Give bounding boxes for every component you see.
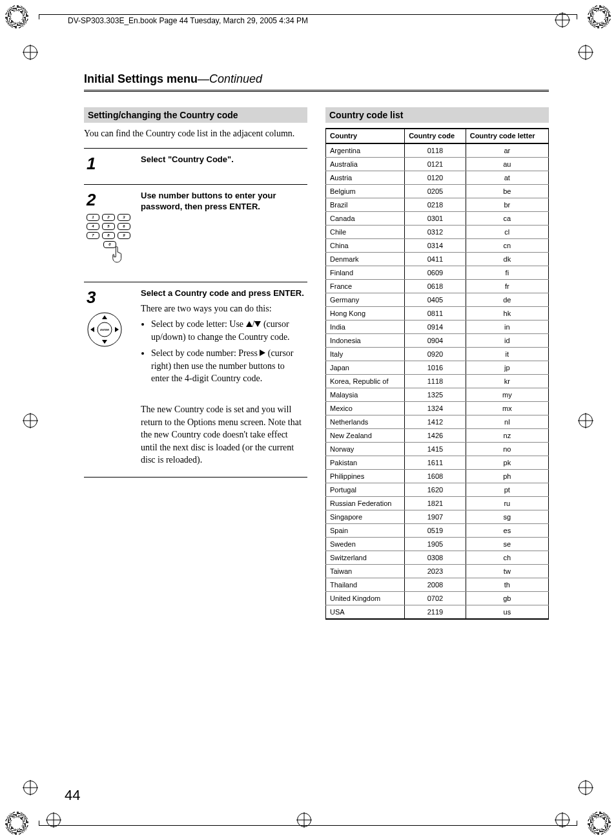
country-name: Thailand (326, 578, 405, 592)
registration-mark-icon (5, 5, 28, 28)
country-name: Mexico (326, 402, 405, 415)
country-code-letter: tw (466, 565, 548, 578)
country-code-number: 0411 (405, 253, 466, 266)
country-code-number: 1608 (405, 470, 466, 483)
table-row: Taiwan2023tw (326, 565, 549, 578)
country-name: Sweden (326, 538, 405, 551)
country-code-number: 0205 (405, 185, 466, 198)
country-name: United Kingdom (326, 592, 405, 605)
step-number: 3 (87, 288, 136, 308)
country-name: USA (326, 605, 405, 620)
country-code-number: 0312 (405, 226, 466, 239)
country-code-number: 0121 (405, 158, 466, 171)
step-note: The new Country code is set and you will… (141, 403, 305, 467)
country-code-number: 2008 (405, 578, 466, 592)
table-header: Country code (405, 129, 466, 143)
country-code-number: 1412 (405, 415, 466, 429)
table-header: Country (326, 129, 405, 143)
crosshair-icon (23, 45, 37, 59)
cursor-up-icon (246, 321, 252, 327)
country-code-letter: ca (466, 212, 548, 226)
country-code-number: 0218 (405, 198, 466, 212)
table-row: Brazil0218br (326, 198, 549, 212)
country-code-letter: ph (466, 470, 548, 483)
country-code-number: 0609 (405, 266, 466, 280)
step-title: Select "Country Code". (141, 154, 305, 165)
crosshair-icon (23, 414, 37, 428)
country-name: Brazil (326, 198, 405, 212)
table-row: Belgium0205be (326, 185, 549, 198)
country-code-number: 1620 (405, 483, 466, 497)
registration-mark-icon (5, 812, 28, 835)
cursor-down-icon (254, 321, 261, 327)
section-heading-list: Country code list (325, 107, 549, 123)
country-code-letter: th (466, 578, 548, 592)
country-code-number: 0920 (405, 348, 466, 361)
table-row: Argentina0118ar (326, 143, 549, 158)
svg-text:ENTER: ENTER (100, 328, 109, 331)
page-number: 44 (65, 787, 80, 804)
country-name: Australia (326, 158, 405, 171)
country-name: Malaysia (326, 388, 405, 402)
country-code-letter: ar (466, 143, 548, 158)
country-code-letter: jp (466, 361, 548, 375)
country-name: India (326, 320, 405, 334)
crop-mark (39, 821, 577, 826)
country-code-letter: es (466, 524, 548, 538)
crosshair-icon (579, 414, 593, 428)
country-code-letter: pk (466, 456, 548, 470)
country-code-number: 1324 (405, 402, 466, 415)
country-code-letter: nz (466, 429, 548, 443)
country-code-number: 0702 (405, 592, 466, 605)
table-row: Portugal1620pt (326, 483, 549, 497)
country-code-number: 0308 (405, 551, 466, 565)
country-code-number: 0914 (405, 320, 466, 334)
country-code-number: 1016 (405, 361, 466, 375)
hand-pointer-icon (111, 246, 125, 263)
country-code-letter: cl (466, 226, 548, 239)
country-name: Italy (326, 348, 405, 361)
table-row: Denmark0411dk (326, 253, 549, 266)
country-name: Indonesia (326, 334, 405, 348)
table-row: Malaysia1325my (326, 388, 549, 402)
country-code-number: 0118 (405, 143, 466, 158)
table-row: Spain0519es (326, 524, 549, 538)
country-name: Canada (326, 212, 405, 226)
step-number: 1 (84, 148, 138, 184)
table-row: USA2119us (326, 605, 549, 620)
country-code-letter: pt (466, 483, 548, 497)
table-row: Korea, Republic of1118kr (326, 375, 549, 388)
table-row: Norway1415no (326, 443, 549, 456)
country-code-number: 1907 (405, 510, 466, 524)
country-name: Portugal (326, 483, 405, 497)
country-name: Korea, Republic of (326, 375, 405, 388)
country-code-letter: kr (466, 375, 548, 388)
navigation-pad-icon: ENTER (87, 311, 123, 348)
country-code-letter: no (466, 443, 548, 456)
table-row: Thailand2008th (326, 578, 549, 592)
table-row: Mexico1324mx (326, 402, 549, 415)
country-code-number: 1118 (405, 375, 466, 388)
step-body-intro: There are two ways you can do this: (141, 302, 305, 315)
country-name: Austria (326, 171, 405, 185)
country-code-letter: nl (466, 415, 548, 429)
country-code-letter: it (466, 348, 548, 361)
table-row: Italy0920it (326, 348, 549, 361)
table-row: Austria0120at (326, 171, 549, 185)
country-code-number: 1905 (405, 538, 466, 551)
intro-text: You can find the Country code list in th… (84, 128, 307, 140)
country-code-number: 1426 (405, 429, 466, 443)
country-name: Norway (326, 443, 405, 456)
country-code-letter: be (466, 185, 548, 198)
table-row: New Zealand1426nz (326, 429, 549, 443)
country-code-number: 0301 (405, 212, 466, 226)
country-code-letter: ru (466, 497, 548, 510)
country-code-letter: fi (466, 266, 548, 280)
country-code-table: Country Country code Country code letter… (325, 128, 549, 620)
step-bullet: Select by code number: Press (cursor rig… (151, 347, 305, 385)
crosshair-icon (579, 781, 593, 795)
country-name: Germany (326, 293, 405, 307)
country-code-letter: mx (466, 402, 548, 415)
cursor-right-icon (260, 350, 265, 356)
country-name: Hong Kong (326, 307, 405, 320)
